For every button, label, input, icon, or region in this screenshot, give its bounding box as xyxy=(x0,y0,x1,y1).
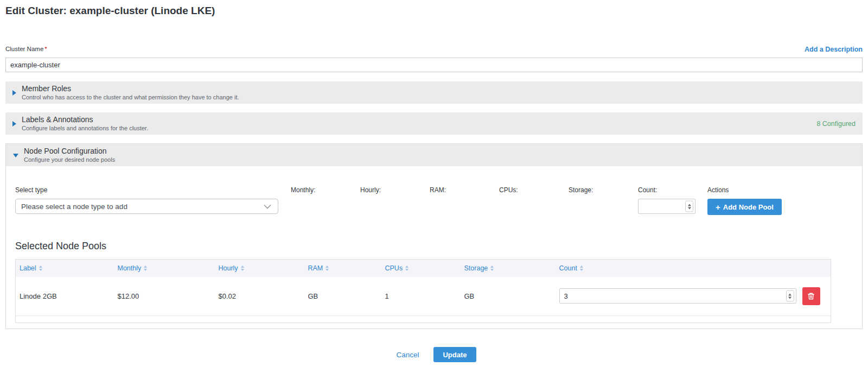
node-type-select-value: Please select a node type to add xyxy=(21,203,127,211)
form-actions: Cancel Update xyxy=(5,347,863,362)
accordion-member-roles[interactable]: Member Roles Control who has access to t… xyxy=(5,81,863,104)
cell-count xyxy=(556,277,799,316)
expand-arrow-icon xyxy=(12,121,16,127)
stepper-up-icon[interactable] xyxy=(688,204,691,206)
count-stepper xyxy=(638,199,695,214)
cancel-button[interactable]: Cancel xyxy=(392,348,423,362)
stepper-up-icon[interactable] xyxy=(788,293,792,295)
column-header-text: Hourly xyxy=(219,264,238,272)
accordion-labels-annotations[interactable]: Labels & Annotations Configure labels an… xyxy=(5,112,863,135)
accordion-subtitle: Configure labels and annotations for the… xyxy=(22,124,148,132)
column-header-actions xyxy=(799,260,831,277)
column-header-storage[interactable]: Storage xyxy=(461,260,556,277)
table-header-row: Label Monthly Hourly RAM CPUs Storage Co… xyxy=(16,260,831,277)
sort-icon xyxy=(490,266,494,271)
node-pool-configuration-section: Node Pool Configuration Configure your d… xyxy=(5,143,863,329)
accordion-member-roles-text: Member Roles Control who has access to t… xyxy=(22,84,239,101)
column-header-text: RAM xyxy=(308,264,323,272)
column-header-cpus[interactable]: CPUs xyxy=(381,260,461,277)
column-header-label[interactable]: Label xyxy=(16,260,114,277)
cell-label: Linode 2GB xyxy=(16,277,114,316)
cell-cpus: 1 xyxy=(381,277,461,316)
table-row: Linode 2GB $12.00 $0.02 GB 1 GB xyxy=(16,277,831,316)
count-label: Count: xyxy=(638,186,707,194)
cluster-name-header-row: Cluster Name* Add a Description xyxy=(5,43,863,53)
accordion-node-pool-configuration[interactable]: Node Pool Configuration Configure your d… xyxy=(6,144,862,166)
sort-icon xyxy=(580,266,583,271)
collapse-arrow-icon xyxy=(13,154,18,157)
cluster-name-input[interactable] xyxy=(5,58,863,72)
trash-icon xyxy=(807,292,815,300)
column-header-ram[interactable]: RAM xyxy=(304,260,381,277)
column-header-count[interactable]: Count xyxy=(556,260,799,277)
column-header-text: Label xyxy=(20,264,36,272)
sort-icon xyxy=(144,266,147,271)
accordion-title: Labels & Annotations xyxy=(22,115,148,124)
add-description-link[interactable]: Add a Description xyxy=(805,46,863,53)
column-header-text: Monthly xyxy=(118,264,142,272)
storage-label: Storage: xyxy=(569,186,638,194)
delete-node-pool-button[interactable] xyxy=(802,287,820,305)
accordion-labels-annotations-text: Labels & Annotations Configure labels an… xyxy=(22,115,148,132)
cluster-name-label-group: Cluster Name* xyxy=(5,43,47,53)
sort-icon xyxy=(39,266,42,271)
selected-node-pools-heading: Selected Node Pools xyxy=(15,241,853,252)
cpus-column: CPUs: xyxy=(499,186,569,199)
actions-column: Actions + Add Node Pool xyxy=(707,186,853,215)
row-count-stepper xyxy=(559,288,796,304)
storage-column: Storage: xyxy=(569,186,638,199)
accordion-node-pool-text: Node Pool Configuration Configure your d… xyxy=(24,147,115,163)
actions-label: Actions xyxy=(707,186,853,194)
update-button[interactable]: Update xyxy=(433,347,476,362)
stepper-down-icon[interactable] xyxy=(788,296,792,299)
select-type-column: Select type Please select a node type to… xyxy=(15,186,278,214)
cell-ram: GB xyxy=(304,277,381,316)
column-header-monthly[interactable]: Monthly xyxy=(114,260,215,277)
accordion-title: Member Roles xyxy=(22,84,239,93)
sort-icon xyxy=(405,266,409,271)
node-pool-add-form: Select type Please select a node type to… xyxy=(15,186,853,215)
chevron-down-icon xyxy=(264,204,271,209)
sort-icon xyxy=(326,266,329,271)
selected-node-pools-table: Label Monthly Hourly RAM CPUs Storage Co… xyxy=(15,259,831,323)
stepper-icon[interactable] xyxy=(685,201,693,212)
cell-storage: GB xyxy=(461,277,556,316)
stepper-icon[interactable] xyxy=(786,290,794,302)
accordion-subtitle: Control who has access to the cluster an… xyxy=(22,93,239,101)
page-title: Edit Cluster: example-cluster (Linode LK… xyxy=(5,0,863,17)
node-type-select[interactable]: Please select a node type to add xyxy=(15,199,278,214)
hourly-label: Hourly: xyxy=(360,186,430,194)
count-column: Count: xyxy=(638,186,707,214)
add-node-pool-label: Add Node Pool xyxy=(723,203,774,211)
cell-monthly: $12.00 xyxy=(114,277,215,316)
cluster-name-label: Cluster Name xyxy=(5,46,43,52)
node-pool-panel: Select type Please select a node type to… xyxy=(6,166,862,329)
sort-icon xyxy=(241,266,244,271)
column-header-text: Storage xyxy=(464,264,488,272)
accordion-title: Node Pool Configuration xyxy=(24,147,115,156)
cell-actions xyxy=(799,277,831,316)
expand-arrow-icon xyxy=(12,90,16,96)
select-type-label: Select type xyxy=(15,186,278,194)
required-asterisk: * xyxy=(44,46,47,52)
hourly-column: Hourly: xyxy=(360,186,430,199)
monthly-label: Monthly: xyxy=(291,186,360,194)
plus-icon: + xyxy=(716,203,720,211)
table-empty-row xyxy=(16,316,831,323)
column-header-text: Count xyxy=(559,264,577,272)
edit-cluster-page: Edit Cluster: example-cluster (Linode LK… xyxy=(0,0,868,362)
configured-badge: 8 Configured xyxy=(816,120,856,128)
cpus-label: CPUs: xyxy=(499,186,569,194)
column-header-text: CPUs xyxy=(385,264,403,272)
cell-hourly: $0.02 xyxy=(215,277,304,316)
ram-column: RAM: xyxy=(430,186,499,199)
row-count-input[interactable] xyxy=(559,288,796,304)
column-header-hourly[interactable]: Hourly xyxy=(215,260,304,277)
accordion-subtitle: Configure your desired node pools xyxy=(24,156,115,163)
monthly-column: Monthly: xyxy=(291,186,360,199)
ram-label: RAM: xyxy=(430,186,499,194)
stepper-down-icon[interactable] xyxy=(688,207,691,209)
add-node-pool-button[interactable]: + Add Node Pool xyxy=(707,199,782,215)
